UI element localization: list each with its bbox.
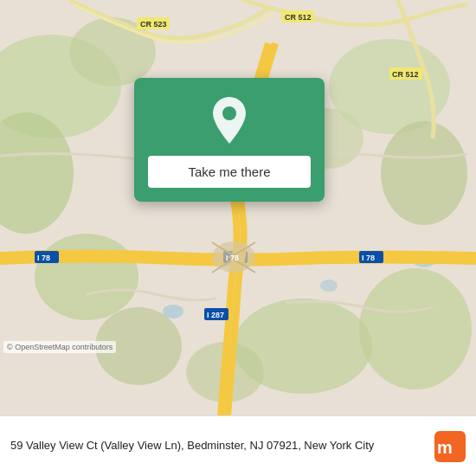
svg-text:I 78: I 78	[362, 254, 375, 262]
svg-point-6	[359, 268, 472, 389]
svg-text:I 78: I 78	[37, 254, 50, 262]
svg-point-30	[222, 106, 236, 120]
svg-text:CR 512: CR 512	[285, 13, 312, 22]
attribution-text: © OpenStreetMap contributors	[7, 343, 113, 351]
svg-text:m: m	[437, 438, 453, 457]
moovit-logo: m	[434, 431, 466, 462]
take-me-there-button[interactable]: Take me there	[148, 156, 311, 188]
address-text: 59 Valley View Ct (Valley View Ln), Bedm…	[10, 438, 426, 453]
bottom-bar: 59 Valley View Ct (Valley View Ln), Bedm…	[0, 415, 476, 476]
svg-point-12	[163, 305, 183, 318]
svg-text:CR 523: CR 523	[140, 20, 167, 29]
svg-text:CR 512: CR 512	[392, 70, 419, 79]
moovit-icon: m	[434, 431, 466, 462]
svg-point-13	[320, 280, 338, 292]
svg-text:I 287: I 287	[207, 311, 224, 319]
map-container: CR 523 CR 512 CR 512 I 78 I 78 I 78 I 28…	[0, 0, 476, 415]
svg-point-5	[381, 121, 467, 225]
map-attribution: © OpenStreetMap contributors	[3, 341, 116, 353]
svg-text:I 78: I 78	[226, 254, 239, 262]
location-card: Take me there	[134, 78, 325, 202]
svg-point-3	[35, 234, 138, 320]
address-block: 59 Valley View Ct (Valley View Ln), Bedm…	[10, 438, 426, 453]
location-pin-icon	[209, 95, 250, 145]
